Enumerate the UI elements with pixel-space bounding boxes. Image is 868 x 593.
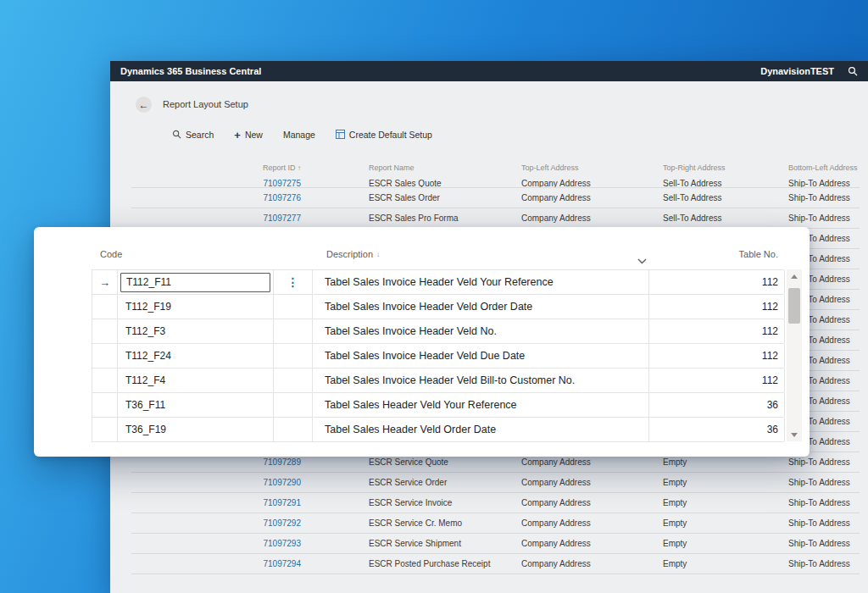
titlebar-right: DynavisionTEST xyxy=(760,66,858,76)
report-table-row[interactable]: 71097292 ESCR Service Cr. Memo Company A… xyxy=(131,513,860,534)
row-menu-button[interactable] xyxy=(274,369,313,392)
report-table-row[interactable]: 71097290 ESCR Service Order Company Addr… xyxy=(131,473,860,493)
description-cell: Tabel Sales Invoice Header Veld Due Date xyxy=(313,344,649,368)
column-header-report-name[interactable]: Report Name xyxy=(301,163,521,172)
chevron-down-icon[interactable] xyxy=(637,252,647,268)
row-menu-button[interactable] xyxy=(274,344,313,368)
search-action[interactable]: Search xyxy=(172,130,214,141)
report-id-link[interactable]: 71097290 xyxy=(131,474,301,492)
row-menu-button[interactable] xyxy=(274,393,313,417)
code-cell[interactable]: T112_F3 xyxy=(118,319,274,343)
code-cell[interactable]: T36_F11 xyxy=(118,393,274,417)
report-table-row[interactable]: 71097277 ESCR Sales Pro Forma Company Ad… xyxy=(131,208,860,229)
report-setup-icon xyxy=(336,130,345,141)
top-left-address-cell: Company Address xyxy=(521,209,663,228)
top-right-address-cell: Sell-To Address xyxy=(663,189,788,208)
column-header-description[interactable]: Description ↓ xyxy=(326,249,380,259)
sort-descending-icon: ↓ xyxy=(376,251,380,258)
description-header-label: Description xyxy=(326,249,373,259)
bottom-left-address-cell: Ship-To Address xyxy=(788,474,860,492)
manage-action[interactable]: Manage xyxy=(283,130,315,140)
lookup-row[interactable]: T112_F3 Tabel Sales Invoice Header Veld … xyxy=(92,319,784,344)
column-header-top-left-address[interactable]: Top-Left Address xyxy=(521,163,663,172)
report-table-row[interactable]: 71097294 ESCR Posted Purchase Receipt Co… xyxy=(131,554,860,574)
description-cell: Tabel Sales Invoice Header Veld No. xyxy=(313,319,649,343)
report-id-link[interactable]: 71097293 xyxy=(131,535,301,553)
report-table-row[interactable]: 71097293 ESCR Service Shipment Company A… xyxy=(131,534,860,554)
report-table-row[interactable]: 71097291 ESCR Service Invoice Company Ad… xyxy=(131,493,860,513)
row-menu-button[interactable] xyxy=(274,295,313,319)
row-menu-button[interactable] xyxy=(274,319,313,343)
new-action-label: New xyxy=(245,130,263,140)
back-button[interactable]: ← xyxy=(136,97,152,113)
table-no-cell: 112 xyxy=(649,344,785,368)
code-cell[interactable]: T112_F19 xyxy=(118,295,274,319)
app-title: Dynamics 365 Business Central xyxy=(120,66,261,76)
table-no-cell: 112 xyxy=(649,369,785,392)
report-table-header: Report ID ↑ Report Name Top-Left Address… xyxy=(131,161,860,175)
code-cell[interactable]: T112_F4 xyxy=(118,369,274,392)
description-cell: Tabel Sales Invoice Header Veld Your Ref… xyxy=(313,270,649,294)
column-header-code[interactable]: Code xyxy=(100,249,122,259)
create-default-setup-label: Create Default Setup xyxy=(349,130,432,140)
row-menu-button[interactable] xyxy=(274,418,313,441)
lookup-row[interactable]: T36_F11 Tabel Sales Header Veld Your Ref… xyxy=(92,393,784,418)
lookup-row[interactable]: T112_F19 Tabel Sales Invoice Header Veld… xyxy=(92,295,784,319)
code-cell[interactable]: T112_F11 xyxy=(118,270,274,294)
bottom-left-address-cell: Ship-To Address xyxy=(788,189,860,208)
active-row-arrow xyxy=(92,295,118,319)
top-left-address-cell: Company Address xyxy=(521,189,663,208)
manage-action-label: Manage xyxy=(283,130,315,140)
column-header-bottom-left-address[interactable]: Bottom-Left Address xyxy=(788,163,860,172)
lookup-popup: Code Description ↓ Table No. → T112_F11 … xyxy=(34,227,810,457)
report-id-link[interactable]: 71097294 xyxy=(131,555,301,574)
active-row-arrow xyxy=(92,319,118,343)
triangle-up-icon xyxy=(791,274,798,279)
top-left-address-cell: Company Address xyxy=(521,535,663,553)
report-table-row[interactable]: 71097275 ESCR Sales Quote Company Addres… xyxy=(131,175,860,188)
environment-name[interactable]: DynavisionTEST xyxy=(760,66,834,76)
top-left-address-cell: Company Address xyxy=(521,555,663,574)
report-name-cell: ESCR Sales Quote xyxy=(301,175,521,188)
report-table-row[interactable]: 71097276 ESCR Sales Order Company Addres… xyxy=(131,188,860,208)
report-name-cell: ESCR Sales Order xyxy=(301,189,521,208)
plus-icon: + xyxy=(234,130,241,141)
new-action[interactable]: + New xyxy=(234,130,263,141)
column-header-report-id[interactable]: Report ID ↑ xyxy=(131,163,301,172)
lookup-row[interactable]: T36_F19 Tabel Sales Header Veld Order Da… xyxy=(92,418,784,442)
code-input[interactable] xyxy=(120,273,270,292)
lookup-row[interactable]: → T112_F11 ⋮ Tabel Sales Invoice Header … xyxy=(92,270,784,295)
top-left-address-cell: Company Address xyxy=(521,494,663,513)
report-name-cell: ESCR Service Cr. Memo xyxy=(301,514,521,533)
lookup-row[interactable]: T112_F24 Tabel Sales Invoice Header Veld… xyxy=(92,344,784,369)
description-cell: Tabel Sales Header Veld Your Reference xyxy=(313,393,649,417)
code-cell[interactable]: T36_F19 xyxy=(118,418,274,441)
top-left-address-cell: Company Address xyxy=(521,175,663,188)
create-default-setup-action[interactable]: Create Default Setup xyxy=(336,130,432,141)
active-row-arrow xyxy=(92,418,118,441)
top-left-address-cell: Company Address xyxy=(521,474,663,492)
scrollbar-thumb[interactable] xyxy=(788,288,800,324)
table-no-cell: 112 xyxy=(649,270,785,294)
action-bar: Search + New Manage Create Default Setup xyxy=(172,127,432,142)
bottom-left-address-cell: Ship-To Address xyxy=(788,494,860,513)
scroll-down-button[interactable] xyxy=(787,428,802,441)
report-id-link[interactable]: 71097291 xyxy=(131,494,301,513)
bottom-left-address-cell: Ship-To Address xyxy=(788,514,860,533)
report-id-link[interactable]: 71097277 xyxy=(131,209,301,228)
bottom-left-address-cell: Ship-To Address xyxy=(788,535,860,553)
column-header-top-right-address[interactable]: Top-Right Address xyxy=(663,163,788,172)
top-right-address-cell: Empty xyxy=(663,474,788,492)
report-id-link[interactable]: 71097275 xyxy=(131,175,301,188)
search-icon[interactable] xyxy=(848,66,858,76)
report-id-link[interactable]: 71097292 xyxy=(131,514,301,533)
popup-scrollbar[interactable] xyxy=(787,269,802,441)
active-row-arrow: → xyxy=(92,270,118,294)
code-cell[interactable]: T112_F24 xyxy=(118,344,274,368)
row-menu-button[interactable]: ⋮ xyxy=(274,270,313,294)
table-no-cell: 112 xyxy=(649,319,785,343)
scroll-up-button[interactable] xyxy=(787,269,802,283)
column-header-table-no[interactable]: Table No. xyxy=(648,249,778,259)
lookup-row[interactable]: T112_F4 Tabel Sales Invoice Header Veld … xyxy=(92,369,784,393)
report-id-link[interactable]: 71097276 xyxy=(131,189,301,208)
